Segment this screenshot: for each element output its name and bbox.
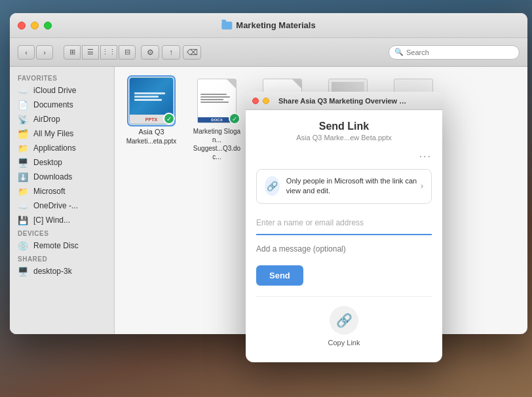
shared-desktop-icon: 🖥️ xyxy=(18,266,28,276)
action-buttons: ⚙ ↑ ⌫ xyxy=(141,45,201,60)
file-item-2[interactable]: DOCX ✓ Marketing Slogan...Suggest...Q3.d… xyxy=(191,77,243,161)
file-name-2: Marketing Slogan...Suggest...Q3.doc... xyxy=(191,127,243,161)
file-name-1: Asia Q3 Marketi...eta.pptx xyxy=(126,127,177,146)
share-permissions-row[interactable]: 🔗 Only people in Microsoft with the link… xyxy=(256,169,432,204)
disc-icon: 💿 xyxy=(18,240,28,251)
copy-link-button[interactable]: 🔗 xyxy=(330,306,358,335)
sidebar-item-desktop[interactable]: 🖥️ Desktop xyxy=(10,155,114,170)
share-heading: Send Link xyxy=(256,121,432,132)
share-titlebar: Share Asia Q3 Marketing Overview Bet... xyxy=(246,92,442,110)
view-cover-button[interactable]: ⊟ xyxy=(119,45,136,60)
share-close-button[interactable] xyxy=(252,98,259,104)
sidebar-item-applications[interactable]: 📁 Applications xyxy=(10,141,114,155)
link-chain-icon: 🔗 xyxy=(336,312,352,328)
sidebar-item-airdrop[interactable]: 📡 AirDrop xyxy=(10,112,114,126)
permissions-text: Only people in Microsoft with the link c… xyxy=(286,176,421,197)
docx-corner xyxy=(227,79,236,88)
search-input[interactable] xyxy=(406,48,514,56)
share-window-controls xyxy=(252,98,269,104)
sync-badge-1: ✓ xyxy=(163,113,175,124)
copy-link-section: 🔗 Copy Link xyxy=(256,306,432,352)
doc-line xyxy=(200,96,230,98)
preview-line xyxy=(134,92,166,94)
documents-icon: 📄 xyxy=(18,100,28,110)
share-dialog: Share Asia Q3 Marketing Overview Bet... … xyxy=(246,92,442,362)
doc-line xyxy=(200,102,229,103)
icloud-icon: ☁️ xyxy=(18,85,28,96)
preview-line xyxy=(134,99,162,101)
divider xyxy=(256,296,432,297)
sidebar-item-microsoft[interactable]: 📁 Microsoft xyxy=(10,184,114,198)
window-controls xyxy=(18,22,52,29)
sidebar-item-all-my-files[interactable]: 🗂️ All My Files xyxy=(10,126,114,141)
applications-icon: 📁 xyxy=(18,143,28,153)
search-box[interactable]: 🔍 xyxy=(389,45,520,60)
forward-button[interactable]: › xyxy=(36,45,53,60)
sidebar-item-icloud-drive[interactable]: ☁️ iCloud Drive xyxy=(10,83,114,98)
onedrive-icon: ☁️ xyxy=(18,200,28,211)
copy-link-label: Copy Link xyxy=(328,339,360,347)
maximize-button[interactable] xyxy=(44,22,52,29)
arrange-button[interactable]: ⚙ xyxy=(141,45,159,60)
sync-badge-2: ✓ xyxy=(229,113,240,124)
finder-titlebar: Marketing Materials xyxy=(10,13,527,38)
finder-toolbar: ‹ › ⊞ ☰ ⋮⋮ ⊟ ⚙ ↑ ⌫ 🔍 xyxy=(10,38,527,67)
sidebar-item-windows-c[interactable]: 💾 [C] Wind... xyxy=(10,213,114,227)
view-column-button[interactable]: ⋮⋮ xyxy=(100,45,117,60)
search-icon: 🔍 xyxy=(394,48,404,56)
close-button[interactable] xyxy=(18,22,26,29)
desktop-icon: 🖥️ xyxy=(18,157,28,168)
file-icon-wrapper-1: PPTX ✓ xyxy=(128,77,175,124)
minimize-button[interactable] xyxy=(31,22,39,29)
downloads-icon: ⬇️ xyxy=(18,172,28,182)
doc-line xyxy=(200,94,227,95)
all-files-icon: 🗂️ xyxy=(18,128,28,139)
preview-line xyxy=(134,96,159,98)
sidebar-item-onedrive[interactable]: ☁️ OneDrive -... xyxy=(10,198,114,213)
windows-icon: 💾 xyxy=(18,215,28,225)
devices-section-title: Devices xyxy=(10,227,114,238)
preview-lines xyxy=(134,91,169,102)
tag-button[interactable]: ⌫ xyxy=(183,45,201,60)
folder-icon xyxy=(221,22,232,29)
airdrop-icon: 📡 xyxy=(18,114,28,124)
share-button[interactable]: ↑ xyxy=(162,45,180,60)
xlsx-corner xyxy=(292,79,301,88)
chevron-down-icon: › xyxy=(421,181,423,191)
share-perm-left: 🔗 Only people in Microsoft with the link… xyxy=(265,176,421,197)
email-input[interactable] xyxy=(256,212,432,235)
link-icon: 🔗 xyxy=(265,176,280,196)
back-button[interactable]: ‹ xyxy=(18,45,35,60)
view-list-button[interactable]: ☰ xyxy=(82,45,99,60)
message-input[interactable] xyxy=(256,242,432,256)
finder-title: Marketing Materials xyxy=(221,20,315,30)
share-body: Send Link Asia Q3 Marke...ew Beta.pptx ·… xyxy=(246,110,442,362)
docx-lines xyxy=(200,92,233,104)
share-subtitle: Asia Q3 Marke...ew Beta.pptx xyxy=(256,134,432,142)
more-options-area: ··· xyxy=(256,151,432,162)
view-buttons: ⊞ ☰ ⋮⋮ ⊟ xyxy=(64,45,136,60)
sidebar-item-downloads[interactable]: ⬇️ Downloads xyxy=(10,170,114,184)
share-title: Share Asia Q3 Marketing Overview Bet... xyxy=(278,97,409,105)
sidebar-item-documents[interactable]: 📄 Documents xyxy=(10,98,114,112)
shared-section-title: Shared xyxy=(10,253,114,264)
pptx-preview-1 xyxy=(130,78,173,115)
more-options-button[interactable]: ··· xyxy=(419,151,432,162)
doc-line xyxy=(200,99,223,100)
sidebar-item-remote-disc[interactable]: 💿 Remote Disc xyxy=(10,238,114,253)
share-minimize-button[interactable] xyxy=(263,98,269,104)
view-icon-button[interactable]: ⊞ xyxy=(64,45,81,60)
finder-sidebar: Favorites ☁️ iCloud Drive 📄 Documents 📡 … xyxy=(10,67,115,334)
sidebar-item-desktop-3k[interactable]: 🖥️ desktop-3k xyxy=(10,264,114,278)
file-icon-wrapper-2: DOCX ✓ xyxy=(193,77,240,124)
file-item-1[interactable]: PPTX ✓ Asia Q3 Marketi...eta.pptx xyxy=(125,77,178,146)
send-button[interactable]: Send xyxy=(256,265,303,286)
favorites-section-title: Favorites xyxy=(10,72,114,83)
nav-buttons: ‹ › xyxy=(18,45,53,60)
microsoft-icon: 📁 xyxy=(18,186,28,197)
